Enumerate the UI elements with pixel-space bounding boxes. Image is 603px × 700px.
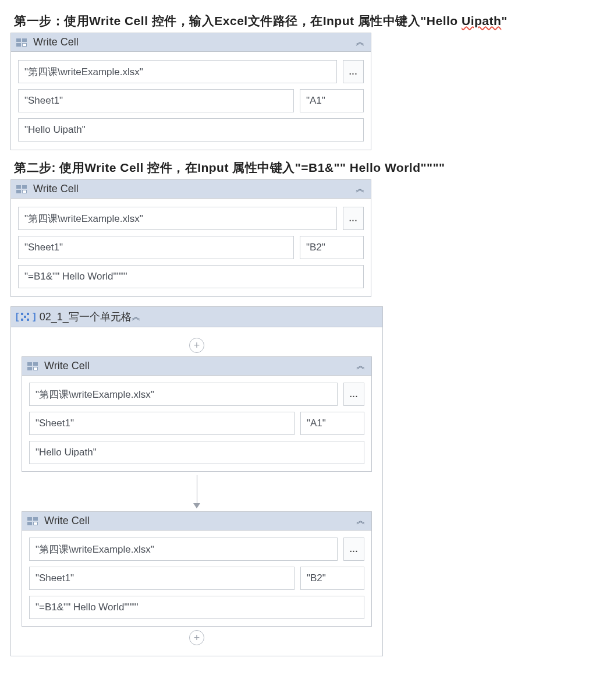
cell-input[interactable]: "A1" <box>300 89 364 112</box>
seq-writecell1-header[interactable]: Write Cell ︽ <box>22 357 371 376</box>
writecell1-header[interactable]: Write Cell ︽ <box>11 33 371 52</box>
sheet-input[interactable]: "Sheet1" <box>29 412 295 435</box>
collapse-icon[interactable]: ︽ <box>356 36 365 48</box>
seq-writecell1-title: Write Cell <box>44 360 90 372</box>
file-path-input[interactable]: "第四课\writeExample.xlsx" <box>29 538 338 561</box>
step1-caption: 第一步：使用Write Cell 控件，输入Excel文件路径，在Input 属… <box>14 13 593 29</box>
step1-caption-prefix: 第一步：使用Write Cell 控件，输入Excel文件路径，在Input 属… <box>14 14 462 27</box>
step2-caption: 第二步: 使用Write Cell 控件，在Input 属性中键入"=B1&""… <box>14 160 593 176</box>
sequence-panel: [ ] 02_1_写一个单元格 ︽ + Write Cell ︽ " <box>10 306 383 656</box>
file-path-input[interactable]: "第四课\writeExample.xlsx" <box>29 383 338 406</box>
seq-writecell-1: Write Cell ︽ "第四课\writeExample.xlsx" ...… <box>22 356 372 472</box>
file-path-input[interactable]: "第四课\writeExample.xlsx" <box>18 207 337 230</box>
excel-icon <box>16 37 29 48</box>
browse-button[interactable]: ... <box>343 538 364 561</box>
value-input[interactable]: "=B1&"" Hello World"""" <box>29 596 364 619</box>
writecell2-title: Write Cell <box>33 183 79 195</box>
seq-writecell-2: Write Cell ︽ "第四课\writeExample.xlsx" ...… <box>22 511 372 627</box>
writecell-panel-2: Write Cell ︽ "第四课\writeExample.xlsx" ...… <box>10 179 371 297</box>
browse-button[interactable]: ... <box>343 207 364 230</box>
sequence-title: 02_1_写一个单元格 <box>40 310 132 324</box>
add-activity-bottom[interactable]: + <box>22 630 372 645</box>
value-input[interactable]: "Hello Uipath" <box>18 118 364 142</box>
value-input[interactable]: "=B1&"" Hello World"""" <box>18 265 364 288</box>
sheet-input[interactable]: "Sheet1" <box>18 236 294 259</box>
cell-input[interactable]: "B2" <box>300 567 364 590</box>
sequence-bracket-right: ] <box>33 312 36 322</box>
add-activity-top[interactable]: + <box>22 338 372 353</box>
collapse-icon[interactable]: ︽ <box>356 183 365 195</box>
sheet-input[interactable]: "Sheet1" <box>18 89 294 112</box>
excel-icon <box>27 361 40 372</box>
writecell1-title: Write Cell <box>33 36 79 48</box>
writecell2-header[interactable]: Write Cell ︽ <box>11 180 371 199</box>
collapse-icon[interactable]: ︽ <box>356 515 366 527</box>
browse-button[interactable]: ... <box>343 60 364 83</box>
sequence-header[interactable]: [ ] 02_1_写一个单元格 ︽ <box>11 307 382 327</box>
writecell-panel-1: Write Cell ︽ "第四课\writeExample.xlsx" ...… <box>10 33 371 150</box>
collapse-icon[interactable]: ︽ <box>132 311 141 323</box>
sequence-icon <box>19 312 31 322</box>
flow-arrow <box>22 475 372 508</box>
value-input[interactable]: "Hello Uipath" <box>29 441 364 464</box>
cell-input[interactable]: "A1" <box>300 412 364 435</box>
collapse-icon[interactable]: ︽ <box>356 360 366 372</box>
step1-caption-suffix: " <box>501 14 507 27</box>
step1-caption-squiggle: Uipath <box>462 14 501 27</box>
file-path-input[interactable]: "第四课\writeExample.xlsx" <box>18 60 337 83</box>
browse-button[interactable]: ... <box>343 383 364 406</box>
cell-input[interactable]: "B2" <box>300 236 364 259</box>
excel-icon <box>27 516 40 526</box>
seq-writecell2-header[interactable]: Write Cell ︽ <box>22 512 371 531</box>
sheet-input[interactable]: "Sheet1" <box>29 567 295 590</box>
excel-icon <box>16 184 29 195</box>
seq-writecell2-title: Write Cell <box>44 515 90 527</box>
